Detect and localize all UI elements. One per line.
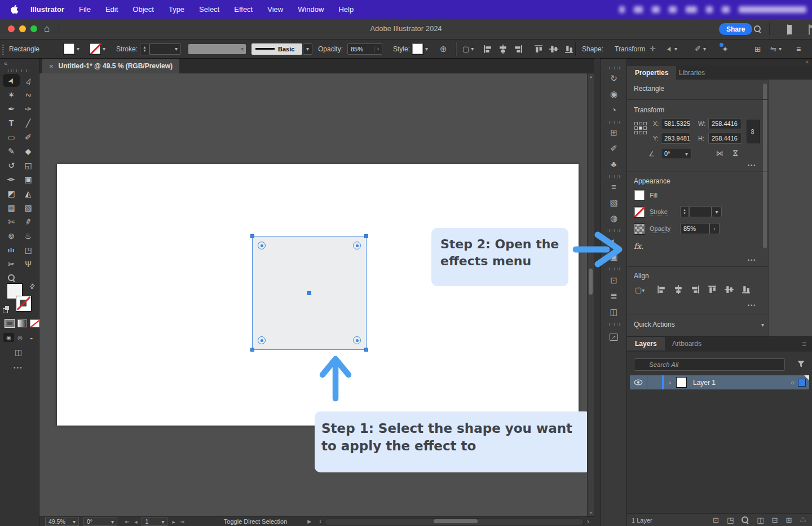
screen-mode-icon[interactable]: ◫ bbox=[15, 348, 22, 357]
intertwine-icon[interactable]: ✦ bbox=[722, 40, 729, 58]
y-value-field[interactable]: 293.9481 bbox=[661, 133, 690, 144]
hscroll-right-icon[interactable]: › bbox=[587, 518, 589, 525]
vertical-scroll-thumb[interactable] bbox=[589, 269, 593, 295]
collapse-toolbar-icon[interactable]: « bbox=[4, 60, 7, 67]
align-top-icon[interactable] bbox=[707, 284, 717, 297]
document-tab[interactable]: × Untitled-1* @ 49.5 % (RGB/Preview) bbox=[42, 59, 179, 73]
tab-artboards[interactable]: Artboards bbox=[664, 337, 709, 350]
w-value-field[interactable]: 258.4416 bbox=[708, 118, 742, 129]
more-tools-icon[interactable]: ••• bbox=[14, 365, 23, 371]
color-button[interactable] bbox=[5, 319, 15, 327]
symbols-tool[interactable]: ⊚ bbox=[5, 231, 18, 240]
status-play-icon[interactable]: ▶ bbox=[307, 519, 311, 524]
selection-tool[interactable]: ➤ bbox=[5, 76, 18, 85]
document-setup-icon[interactable]: ▢▾ bbox=[462, 40, 474, 58]
quick-actions-expand-icon[interactable]: ▾ bbox=[761, 322, 764, 328]
tab-libraries[interactable]: Libraries bbox=[671, 66, 713, 80]
opacity-value-field[interactable]: 85% bbox=[680, 223, 709, 234]
eraser-tool[interactable]: ◆ bbox=[21, 146, 35, 156]
corner-radius-widget-bl[interactable] bbox=[258, 336, 266, 344]
tab-properties[interactable]: Properties bbox=[627, 66, 676, 80]
draw-normal-icon[interactable]: ◉ bbox=[3, 333, 14, 342]
corner-radius-widget-tl[interactable] bbox=[258, 242, 266, 249]
horizontal-scrollbar[interactable] bbox=[325, 518, 584, 525]
select-similar-icon[interactable]: ➤▾ bbox=[667, 40, 677, 58]
scroll-down-icon[interactable]: ▼ bbox=[589, 511, 593, 515]
create-new-layer-icon[interactable]: ⊞ bbox=[785, 516, 792, 524]
shape-builder-tool[interactable]: ◩ bbox=[5, 189, 18, 198]
stroke-color-indicator[interactable] bbox=[16, 296, 32, 312]
width-profile-dropdown[interactable]: ▾ bbox=[188, 40, 246, 58]
isolate-object-icon[interactable]: ✛ bbox=[650, 40, 656, 58]
pathfinder-panel-icon[interactable]: ◫ bbox=[601, 307, 626, 317]
stroke-weight-stepper[interactable]: ▴▾ bbox=[140, 40, 149, 58]
color-panel-icon[interactable]: ◉ bbox=[601, 89, 626, 99]
pen-tool[interactable]: ✒ bbox=[5, 104, 18, 113]
previous-artboard-icon[interactable]: ◂ bbox=[134, 519, 137, 525]
hscroll-left-icon[interactable]: ‹ bbox=[319, 518, 321, 525]
layer-visibility-toggle[interactable] bbox=[630, 379, 647, 385]
align-bottom-icon[interactable] bbox=[564, 40, 574, 58]
menu-edit[interactable]: Edit bbox=[98, 5, 125, 14]
h-value-field[interactable]: 258.4416 bbox=[708, 133, 742, 144]
controlbar-grip[interactable] bbox=[2, 40, 4, 58]
stroke-weight-chevron[interactable]: ▾ bbox=[712, 206, 722, 217]
align-to-dropdown-icon[interactable]: ▢▾ bbox=[635, 286, 645, 294]
layer-name[interactable]: Layer 1 bbox=[693, 379, 716, 387]
opacity-label[interactable]: Opacity: bbox=[318, 40, 343, 59]
rotate-tool[interactable]: ↺ bbox=[5, 160, 18, 170]
panel-group-grip[interactable] bbox=[607, 175, 622, 178]
artboards-panel-icon[interactable]: ⊡ bbox=[601, 275, 626, 286]
shaper-tool[interactable]: ✎ bbox=[5, 146, 18, 156]
menu-file[interactable]: File bbox=[72, 5, 98, 14]
layers-panel-menu-icon[interactable]: ≡ bbox=[802, 340, 806, 348]
horizontal-scroll-thumb[interactable] bbox=[434, 519, 478, 523]
align-top-icon[interactable] bbox=[533, 40, 544, 58]
collapse-panel-icon[interactable]: « bbox=[805, 59, 809, 65]
style-label[interactable]: Style: bbox=[393, 40, 410, 59]
swap-fill-stroke-icon[interactable]: ⇄ bbox=[28, 281, 37, 291]
type-tool[interactable]: T bbox=[5, 118, 18, 128]
selection-bounds-icon[interactable]: ⊡ bbox=[713, 516, 719, 524]
menu-help[interactable]: Help bbox=[331, 5, 361, 14]
panel-group-grip[interactable] bbox=[607, 229, 622, 232]
next-artboard-icon[interactable]: ▸ bbox=[172, 519, 175, 525]
menu-illustrator[interactable]: Illustrator bbox=[23, 5, 72, 14]
opacity-options-button[interactable]: › bbox=[709, 223, 720, 234]
first-artboard-icon[interactable]: ⇤ bbox=[125, 519, 130, 525]
search-icon[interactable] bbox=[754, 25, 761, 33]
vertical-scrollbar[interactable]: ▲ ▼ bbox=[587, 73, 594, 516]
menu-select[interactable]: Select bbox=[192, 5, 227, 14]
flip-vertical-icon[interactable]: ⋈ bbox=[731, 150, 740, 157]
menu-view[interactable]: View bbox=[260, 5, 290, 14]
align-bottom-icon[interactable] bbox=[741, 284, 751, 297]
stroke-swatch[interactable] bbox=[89, 40, 101, 58]
layer-target-icon[interactable]: ○ bbox=[791, 379, 795, 386]
constrain-proportions-icon[interactable]: ∞ bbox=[747, 120, 760, 143]
menu-window[interactable]: Window bbox=[290, 5, 331, 14]
history-panel-icon[interactable]: ↻ bbox=[601, 73, 626, 84]
workspace-switcher-icon[interactable] bbox=[787, 24, 788, 35]
align-left-icon[interactable] bbox=[656, 284, 667, 297]
make-clipping-mask-icon[interactable]: ◫ bbox=[757, 516, 764, 524]
shape-label[interactable]: Shape: bbox=[582, 40, 603, 59]
selected-rectangle[interactable] bbox=[252, 236, 367, 350]
free-transform-tool[interactable]: ▣ bbox=[21, 174, 35, 184]
appearance-opacity-swatch[interactable] bbox=[634, 223, 645, 235]
appearance-stroke-label[interactable]: Stroke bbox=[650, 208, 668, 216]
rotation-dropdown[interactable]: 0°▾ bbox=[661, 148, 691, 159]
pathfinder-grid-icon[interactable]: ⊞ bbox=[754, 40, 761, 58]
tab-layers[interactable]: Layers bbox=[627, 337, 665, 350]
direct-selection-tool[interactable]: ▻ bbox=[21, 76, 35, 85]
properties-scroll-thumb[interactable] bbox=[763, 84, 767, 248]
artboard-number-field[interactable]: 1▾ bbox=[142, 518, 167, 526]
stroke-weight-label[interactable]: Stroke: bbox=[116, 40, 138, 59]
locate-object-icon[interactable] bbox=[742, 516, 749, 524]
selection-handle-tl[interactable] bbox=[250, 234, 254, 238]
none-button[interactable] bbox=[30, 319, 39, 327]
style-pen-icon[interactable]: ✐▾ bbox=[695, 40, 706, 58]
close-tab-icon[interactable]: × bbox=[49, 62, 54, 71]
perspective-grid-tool[interactable]: ◭ bbox=[21, 189, 35, 198]
magic-wand-tool[interactable]: ✶ bbox=[5, 90, 18, 99]
symbol-sprayer-tool[interactable]: ♨ bbox=[21, 231, 35, 240]
